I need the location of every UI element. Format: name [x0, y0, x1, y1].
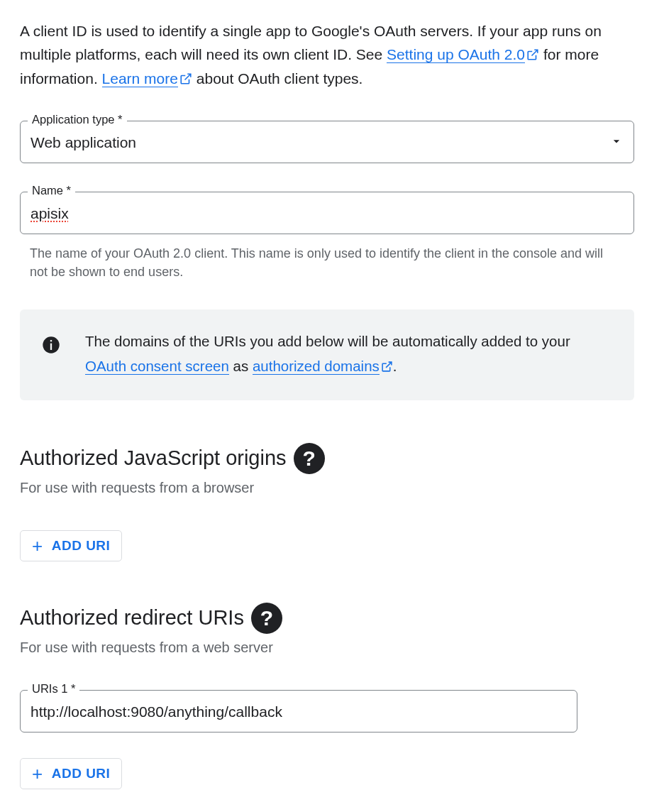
name-field[interactable]: Name *: [20, 192, 634, 234]
plus-icon: +: [32, 537, 43, 555]
js-origins-title: Authorized JavaScript origins: [20, 446, 287, 470]
name-label: Name *: [28, 184, 75, 197]
add-uri-label: ADD URI: [52, 766, 111, 781]
svg-rect-1: [50, 343, 52, 349]
intro-paragraph: A client ID is used to identify a single…: [20, 20, 644, 92]
link-learn-more[interactable]: Learn more: [102, 70, 178, 87]
help-icon[interactable]: ?: [294, 443, 325, 474]
chevron-down-icon: [609, 134, 624, 150]
name-helper-text: The name of your OAuth 2.0 client. This …: [20, 244, 634, 281]
external-link-icon: [526, 45, 539, 68]
redirect-uri-1-field[interactable]: URIs 1 *: [20, 690, 577, 733]
application-type-select[interactable]: Application type * Web application: [20, 121, 634, 163]
external-link-icon: [381, 356, 393, 380]
redirect-uris-title: Authorized redirect URIs: [20, 606, 244, 630]
link-authorized-domains[interactable]: authorized domains: [253, 358, 380, 375]
info-icon: [41, 329, 61, 357]
info-callout: The domains of the URIs you add below wi…: [20, 309, 634, 400]
svg-rect-2: [50, 340, 52, 341]
application-type-value: Web application: [31, 134, 609, 151]
js-origins-subtitle: For use with requests from a browser: [20, 480, 644, 496]
redirect-uris-header: Authorized redirect URIs ?: [20, 603, 644, 634]
help-icon[interactable]: ?: [251, 603, 282, 634]
add-redirect-uri-button[interactable]: + ADD URI: [20, 758, 122, 789]
plus-icon: +: [32, 764, 43, 783]
js-origins-header: Authorized JavaScript origins ?: [20, 443, 644, 474]
link-setup-oauth[interactable]: Setting up OAuth 2.0: [387, 46, 525, 63]
redirect-uri-1-input[interactable]: [31, 703, 567, 720]
external-link-icon: [179, 69, 192, 92]
name-input[interactable]: [31, 205, 624, 222]
link-consent-screen[interactable]: OAuth consent screen: [85, 358, 229, 375]
redirect-uris-subtitle: For use with requests from a web server: [20, 640, 644, 656]
add-uri-label: ADD URI: [52, 538, 111, 554]
redirect-uri-1-label: URIs 1 *: [28, 682, 79, 696]
application-type-label: Application type *: [28, 113, 127, 126]
add-js-origin-button[interactable]: + ADD URI: [20, 530, 122, 561]
